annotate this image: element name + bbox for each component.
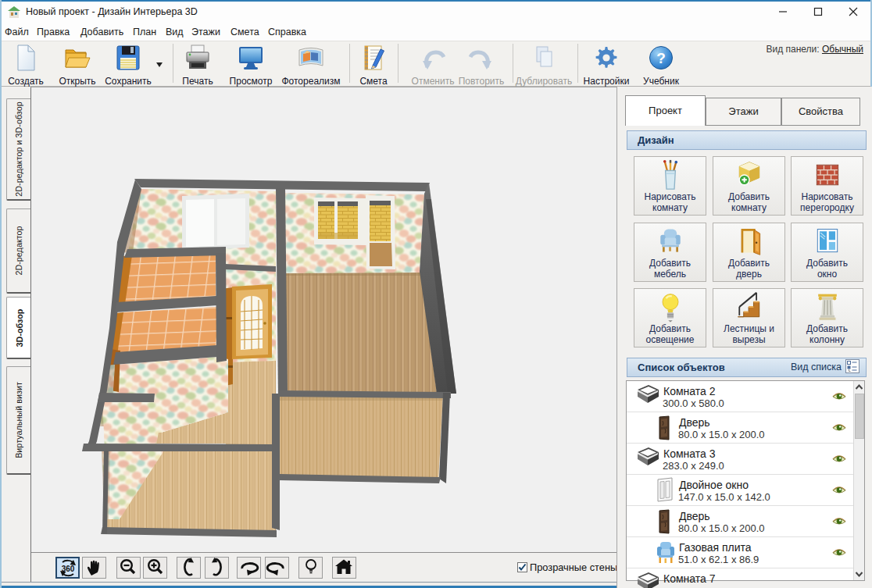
svg-text:360: 360	[62, 565, 75, 573]
svg-text:?: ?	[656, 50, 666, 66]
